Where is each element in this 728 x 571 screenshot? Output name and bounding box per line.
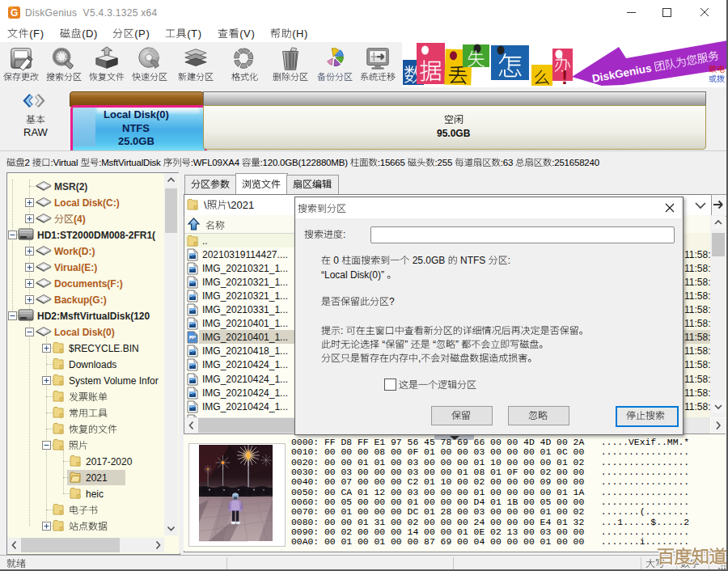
svg-text:”: ” — [404, 339, 410, 350]
svg-text:heic: heic — [86, 489, 104, 500]
svg-text:“: “ — [430, 339, 436, 350]
svg-text:!: ! — [561, 66, 568, 88]
svg-text:95.0GB: 95.0GB — [437, 128, 471, 139]
svg-text:RAW: RAW — [23, 126, 49, 138]
svg-text:G: G — [11, 7, 18, 19]
svg-text:IMG_20210401_1...: IMG_20210401_1... — [202, 332, 288, 343]
svg-text:$RECYCLE.BIN: $RECYCLE.BIN — [69, 343, 139, 354]
svg-text:Work(D:): Work(D:) — [54, 246, 95, 257]
svg-text::15665: :15665 — [378, 158, 408, 167]
svg-text:MSR(2): MSR(2) — [54, 181, 87, 192]
svg-text:IMG_20210321_1...: IMG_20210321_1... — [202, 290, 288, 302]
svg-text:IMG_20210424_1...: IMG_20210424_1... — [202, 387, 288, 399]
svg-text:(F): (F) — [29, 27, 44, 40]
svg-text:IMG_20210321_1...: IMG_20210321_1... — [202, 263, 288, 274]
svg-text:20210319114427....: 20210319114427.... — [202, 249, 288, 260]
svg-text::: : — [343, 229, 345, 240]
svg-text:2021: 2021 — [86, 472, 108, 484]
svg-text::: : — [341, 325, 346, 336]
svg-text::120.0GB(122880MB): :120.0GB(122880MB) — [260, 158, 350, 167]
svg-text:(T): (T) — [187, 27, 201, 40]
svg-text:25.0GB: 25.0GB — [118, 135, 154, 147]
svg-text:Local Disk(0): Local Disk(0) — [54, 327, 115, 338]
svg-text:IMG_20210401_1...: IMG_20210401_1... — [202, 318, 288, 329]
svg-text:\2021: \2021 — [228, 199, 255, 211]
svg-text:\: \ — [204, 199, 207, 211]
svg-text:HD1:ST2000DM008-2FR1(: HD1:ST2000DM008-2FR1( — [37, 230, 155, 241]
svg-text::Virtual: :Virtual — [50, 158, 80, 167]
svg-text:IMG_20210424_1...: IMG_20210424_1... — [202, 401, 288, 412]
svg-text::: : — [508, 255, 510, 266]
svg-text:25.0GB: 25.0GB — [409, 255, 447, 266]
svg-text:(H): (H) — [292, 27, 308, 40]
svg-text:“Local Disk(0)”: “Local Disk(0)” — [321, 269, 387, 281]
svg-text:Downloads: Downloads — [69, 359, 116, 370]
svg-text:Local Disk(0): Local Disk(0) — [104, 108, 169, 121]
svg-text:0: 0 — [331, 255, 341, 266]
svg-text:Backup(G:): Backup(G:) — [54, 294, 107, 306]
svg-text:IMG_20210331_1...: IMG_20210331_1... — [202, 304, 288, 315]
svg-text::63: :63 — [501, 158, 515, 167]
svg-text:Local Disk(C:): Local Disk(C:) — [54, 197, 120, 209]
svg-text::WFL09XA4: :WFL09XA4 — [191, 158, 242, 167]
svg-text:Documents(F:): Documents(F:) — [54, 278, 123, 290]
svg-text:NTFS: NTFS — [122, 122, 150, 134]
svg-text::MsftVirtualDisk: :MsftVirtualDisk — [99, 158, 163, 167]
svg-text:(D): (D) — [82, 27, 98, 40]
svg-text:,: , — [418, 353, 421, 364]
svg-text:2017-2020: 2017-2020 — [86, 456, 133, 467]
svg-text:System Volume Infor: System Volume Infor — [69, 375, 159, 387]
svg-text:NTFS: NTFS — [458, 255, 489, 266]
svg-text:..: .. — [202, 235, 208, 247]
svg-text:(4): (4) — [74, 214, 86, 225]
svg-text:IMG_20210424_1...: IMG_20210424_1... — [202, 359, 288, 370]
svg-text:IMG_20210321_1...: IMG_20210321_1... — [202, 277, 288, 288]
svg-text:IMG_20210424_1...: IMG_20210424_1... — [202, 374, 288, 385]
svg-text:Virual(E:): Virual(E:) — [54, 262, 97, 273]
svg-text:“: “ — [379, 339, 385, 350]
svg-text::251658240: :251658240 — [552, 158, 599, 167]
svg-text:(P): (P) — [134, 27, 150, 40]
svg-text::255: :255 — [435, 158, 455, 167]
svg-text:(V): (V) — [239, 27, 255, 40]
svg-text:HD2:MsftVirtualDisk(120: HD2:MsftVirtualDisk(120 — [37, 311, 150, 322]
svg-text:”: ” — [455, 339, 461, 350]
svg-text:?: ? — [389, 296, 395, 307]
svg-text:2: 2 — [25, 158, 32, 167]
svg-text:DiskGenius V5.4.3.1325 x64: DiskGenius V5.4.3.1325 x64 — [25, 7, 158, 19]
svg-text:IMG_20210418_1...: IMG_20210418_1... — [202, 345, 288, 357]
